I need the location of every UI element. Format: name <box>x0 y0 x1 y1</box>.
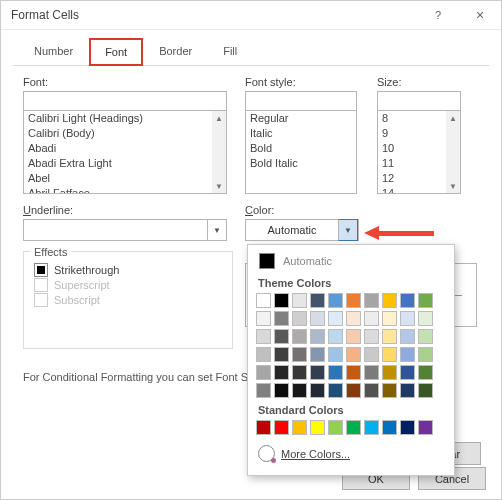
more-colors-item[interactable]: More Colors... <box>256 442 446 465</box>
color-swatch[interactable] <box>292 347 307 362</box>
list-item[interactable]: Bold Italic <box>246 156 356 171</box>
color-swatch[interactable] <box>292 293 307 308</box>
color-swatch[interactable] <box>274 420 289 435</box>
color-swatch[interactable] <box>400 347 415 362</box>
color-swatch[interactable] <box>364 311 379 326</box>
scroll-up-icon[interactable]: ▲ <box>212 111 226 125</box>
font-input[interactable] <box>23 91 227 111</box>
color-swatch[interactable] <box>346 420 361 435</box>
color-swatch[interactable] <box>400 420 415 435</box>
color-swatch[interactable] <box>382 293 397 308</box>
list-item[interactable]: Abel <box>24 171 226 186</box>
color-swatch[interactable] <box>256 383 271 398</box>
color-swatch[interactable] <box>328 293 343 308</box>
color-swatch[interactable] <box>400 329 415 344</box>
color-swatch[interactable] <box>364 365 379 380</box>
list-item[interactable]: Abril Fatface <box>24 186 226 194</box>
color-swatch[interactable] <box>418 347 433 362</box>
color-swatch[interactable] <box>274 293 289 308</box>
color-swatch[interactable] <box>400 311 415 326</box>
list-item[interactable]: Regular <box>246 111 356 126</box>
color-swatch[interactable] <box>292 329 307 344</box>
size-listbox[interactable]: 8910111214 ▲ ▼ <box>377 111 461 194</box>
size-scrollbar[interactable]: ▲ ▼ <box>446 111 460 193</box>
color-swatch[interactable] <box>256 293 271 308</box>
color-swatch[interactable] <box>382 365 397 380</box>
color-swatch[interactable] <box>382 347 397 362</box>
color-swatch[interactable] <box>400 365 415 380</box>
chevron-down-icon[interactable]: ▼ <box>338 219 358 241</box>
font-style-listbox[interactable]: RegularItalicBoldBold Italic <box>245 111 357 194</box>
color-swatch[interactable] <box>256 347 271 362</box>
color-swatch[interactable] <box>346 365 361 380</box>
tab-number[interactable]: Number <box>19 38 88 66</box>
tab-border[interactable]: Border <box>144 38 207 66</box>
color-swatch[interactable] <box>292 383 307 398</box>
color-swatch[interactable] <box>256 420 271 435</box>
color-swatch[interactable] <box>310 293 325 308</box>
close-button[interactable]: × <box>459 1 501 29</box>
color-swatch[interactable] <box>382 383 397 398</box>
font-scrollbar[interactable]: ▲ ▼ <box>212 111 226 193</box>
list-item[interactable]: Bold <box>246 141 356 156</box>
color-swatch[interactable] <box>328 329 343 344</box>
size-input[interactable] <box>377 91 461 111</box>
tab-fill[interactable]: Fill <box>208 38 252 66</box>
color-swatch[interactable] <box>364 383 379 398</box>
color-swatch[interactable] <box>364 347 379 362</box>
color-swatch[interactable] <box>292 365 307 380</box>
color-swatch[interactable] <box>346 329 361 344</box>
list-item[interactable]: Calibri Light (Headings) <box>24 111 226 126</box>
scroll-up-icon[interactable]: ▲ <box>446 111 460 125</box>
color-swatch[interactable] <box>418 420 433 435</box>
color-swatch[interactable] <box>328 383 343 398</box>
color-swatch[interactable] <box>382 420 397 435</box>
color-swatch[interactable] <box>310 383 325 398</box>
color-swatch[interactable] <box>364 420 379 435</box>
color-swatch[interactable] <box>346 347 361 362</box>
font-listbox[interactable]: Calibri Light (Headings)Calibri (Body)Ab… <box>23 111 227 194</box>
color-swatch[interactable] <box>274 311 289 326</box>
color-swatch[interactable] <box>328 420 343 435</box>
color-swatch[interactable] <box>400 383 415 398</box>
color-swatch[interactable] <box>346 293 361 308</box>
color-swatch[interactable] <box>382 329 397 344</box>
color-swatch[interactable] <box>418 365 433 380</box>
scroll-down-icon[interactable]: ▼ <box>446 179 460 193</box>
color-swatch[interactable] <box>310 420 325 435</box>
color-swatch[interactable] <box>310 347 325 362</box>
color-swatch[interactable] <box>418 293 433 308</box>
color-swatch[interactable] <box>274 383 289 398</box>
list-item[interactable]: Abadi <box>24 141 226 156</box>
color-swatch[interactable] <box>274 329 289 344</box>
color-swatch[interactable] <box>292 420 307 435</box>
color-swatch[interactable] <box>310 311 325 326</box>
list-item[interactable]: Calibri (Body) <box>24 126 226 141</box>
color-swatch[interactable] <box>364 329 379 344</box>
color-swatch[interactable] <box>418 329 433 344</box>
color-swatch[interactable] <box>328 365 343 380</box>
chevron-down-icon[interactable]: ▼ <box>207 220 226 240</box>
color-swatch[interactable] <box>346 311 361 326</box>
color-swatch[interactable] <box>418 311 433 326</box>
underline-combo[interactable]: ▼ <box>23 219 227 241</box>
color-swatch[interactable] <box>292 311 307 326</box>
scroll-down-icon[interactable]: ▼ <box>212 179 226 193</box>
list-item[interactable]: Italic <box>246 126 356 141</box>
color-swatch[interactable] <box>346 383 361 398</box>
tab-font[interactable]: Font <box>89 38 143 66</box>
color-swatch[interactable] <box>256 365 271 380</box>
color-combo[interactable]: Automatic ▼ <box>245 219 359 241</box>
color-swatch[interactable] <box>310 365 325 380</box>
strike-checkbox[interactable]: Strikethrough <box>34 263 222 277</box>
color-swatch[interactable] <box>328 311 343 326</box>
color-swatch[interactable] <box>256 311 271 326</box>
color-swatch[interactable] <box>418 383 433 398</box>
color-swatch[interactable] <box>274 347 289 362</box>
color-swatch[interactable] <box>274 365 289 380</box>
list-item[interactable]: Abadi Extra Light <box>24 156 226 171</box>
color-swatch[interactable] <box>382 311 397 326</box>
help-button[interactable]: ? <box>417 1 459 29</box>
color-swatch[interactable] <box>364 293 379 308</box>
font-style-input[interactable] <box>245 91 357 111</box>
